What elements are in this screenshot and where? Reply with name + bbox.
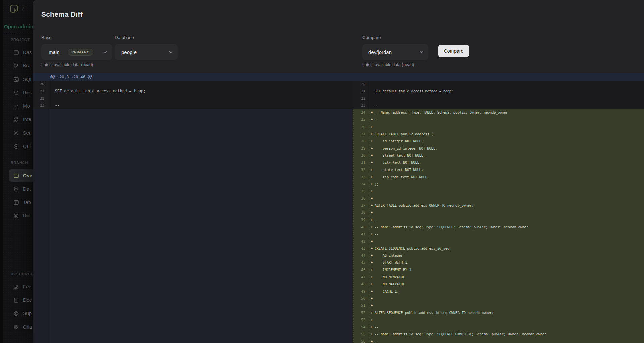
left-edge-strip xyxy=(0,0,3,343)
base-branch-value: main xyxy=(49,49,60,55)
line-number: 43 xyxy=(353,245,368,252)
sidebar-item-support[interactable]: Sup xyxy=(3,307,33,320)
line-content: + CREATE SEQUENCE public.address_id_seq xyxy=(368,245,644,252)
diff-line: 51+ xyxy=(353,302,644,309)
feedback-icon xyxy=(13,284,19,290)
line-number: 45 xyxy=(353,259,368,266)
line-content xyxy=(368,95,644,102)
diff-line: 49+ CACHE 1; xyxy=(353,288,644,295)
diff-line: 34+ ); xyxy=(353,181,644,188)
diff-line: 20 xyxy=(353,81,644,88)
diff-panes: 20 21 SET default_table_access_method = … xyxy=(33,81,644,343)
line-number: 21 xyxy=(33,88,49,95)
sidebar-item-label: Fee xyxy=(23,284,31,289)
line-number: 54 xyxy=(353,324,368,331)
sidebar-section-branch: BRANCHOveDatTabRol xyxy=(3,159,33,223)
line-content: + -- xyxy=(368,231,644,238)
sidebar-item-quickstart[interactable]: Qui xyxy=(3,140,33,153)
line-number: 40 xyxy=(353,224,368,231)
line-number: 46 xyxy=(353,266,368,274)
diff-line: 26+ xyxy=(353,124,644,131)
sidebar-item-label: Sup xyxy=(23,311,32,316)
diff-line: 35+ xyxy=(353,188,644,195)
line-content: -- xyxy=(368,102,644,109)
diff-line: 52+ ALTER SEQUENCE public.address_id_seq… xyxy=(353,309,644,316)
sidebar-item-restore[interactable]: Res xyxy=(3,86,33,99)
diff-pane-compare: 20 21 SET default_table_access_method = … xyxy=(353,81,644,343)
sql-editor-icon xyxy=(13,77,19,82)
line-content: -- xyxy=(49,102,353,109)
line-number: 20 xyxy=(33,81,49,88)
line-content: + -- Name: address_id_seq; Type: SEQUENC… xyxy=(368,224,644,231)
line-number: 28 xyxy=(353,138,368,145)
quickstart-icon xyxy=(13,144,19,149)
sidebar-item-docs[interactable]: Doc xyxy=(3,293,33,307)
line-number: 23 xyxy=(33,102,49,109)
sidebar-item-label: Inte xyxy=(23,117,31,122)
diff-line: 31+ city text NOT NULL, xyxy=(353,159,644,166)
sidebar-item-integrations[interactable]: Inte xyxy=(3,113,33,126)
monitoring-icon xyxy=(13,103,19,109)
compare-branch-select[interactable]: dev/jordan xyxy=(362,44,428,60)
sidebar-item-dashboard[interactable]: Das xyxy=(3,46,33,59)
line-content: + -- Name: address_id_seq; Type: SEQUENC… xyxy=(368,331,644,338)
sidebar-item-changelog[interactable]: Cha xyxy=(3,320,33,334)
diff-line: 33+ zip_code text NOT NULL xyxy=(353,174,644,181)
sidebar-item-label: Dat xyxy=(23,186,31,192)
branches-icon xyxy=(13,63,19,69)
line-content: + xyxy=(368,188,644,195)
line-number: 42 xyxy=(353,238,368,245)
support-icon xyxy=(13,311,19,316)
diff-line: 21 SET default_table_access_method = hea… xyxy=(33,88,353,95)
settings-icon xyxy=(13,130,19,136)
compare-label: Compare xyxy=(362,35,381,40)
line-number: 27 xyxy=(353,131,368,138)
sidebar-item-label: Bra xyxy=(23,63,31,68)
line-content: + city text NOT NULL, xyxy=(368,159,644,166)
sidebar-item-roles[interactable]: Rol xyxy=(3,209,33,223)
line-number: 35 xyxy=(353,188,368,195)
open-admin-link[interactable]: Open admin xyxy=(4,23,33,29)
line-number: 41 xyxy=(353,231,368,238)
sidebar-item-overview[interactable]: Ove xyxy=(3,169,33,182)
diff-line: 23 -- xyxy=(33,102,353,109)
line-number: 49 xyxy=(353,288,368,295)
line-number: 52 xyxy=(353,309,368,316)
line-number: 22 xyxy=(353,95,368,102)
line-content: + street text NOT NULL, xyxy=(368,152,644,159)
line-number: 37 xyxy=(353,202,368,209)
integrations-icon xyxy=(13,117,19,122)
line-content: + xyxy=(368,238,644,245)
sidebar-section-header: BRANCH xyxy=(3,159,33,167)
line-content xyxy=(49,95,353,102)
sidebar-item-monitoring[interactable]: Mo xyxy=(3,99,33,113)
changelog-icon xyxy=(13,324,19,330)
base-branch-select[interactable]: main PRIMARY xyxy=(41,44,112,60)
line-number: 30 xyxy=(353,152,368,159)
line-number: 31 xyxy=(353,159,368,166)
sidebar-item-label: Mo xyxy=(23,103,30,109)
sidebar-item-label: Rol xyxy=(23,213,30,218)
line-number: 56 xyxy=(353,338,368,343)
line-content xyxy=(49,81,353,88)
sidebar-item-branches[interactable]: Bra xyxy=(3,59,33,72)
sidebar-item-label: Cha xyxy=(23,324,32,330)
line-content: + NO MINVALUE xyxy=(368,274,644,281)
line-content: + -- xyxy=(368,324,644,331)
sidebar-item-feedback[interactable]: Fee xyxy=(3,280,33,293)
line-content: + NO MAXVALUE xyxy=(368,281,644,288)
database-select[interactable]: people xyxy=(115,44,178,60)
sidebar-item-label: Qui xyxy=(23,144,31,149)
databases-icon xyxy=(13,186,19,192)
line-content: + xyxy=(368,195,644,202)
sidebar-item-sql-editor[interactable]: SQL xyxy=(3,72,33,86)
line-number: 20 xyxy=(353,81,368,88)
sidebar-item-databases[interactable]: Dat xyxy=(3,182,33,196)
line-number: 55 xyxy=(353,331,368,338)
sidebar-item-tables[interactable]: Tab xyxy=(3,196,33,209)
compare-button[interactable]: Compare xyxy=(438,45,469,57)
neon-logo-icon[interactable] xyxy=(9,4,19,14)
line-number: 36 xyxy=(353,195,368,202)
sidebar-item-settings[interactable]: Set xyxy=(3,126,33,140)
diff-line: 24+ -- Name: address; Type: TABLE; Schem… xyxy=(353,109,644,116)
